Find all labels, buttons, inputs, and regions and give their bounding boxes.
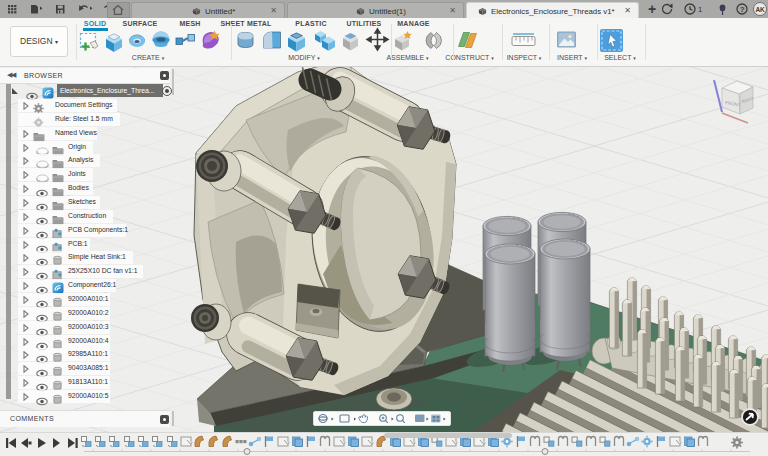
svg-text:1: 1 xyxy=(698,5,702,14)
svg-text:?: ? xyxy=(740,5,745,14)
svg-text:AK: AK xyxy=(755,6,765,13)
